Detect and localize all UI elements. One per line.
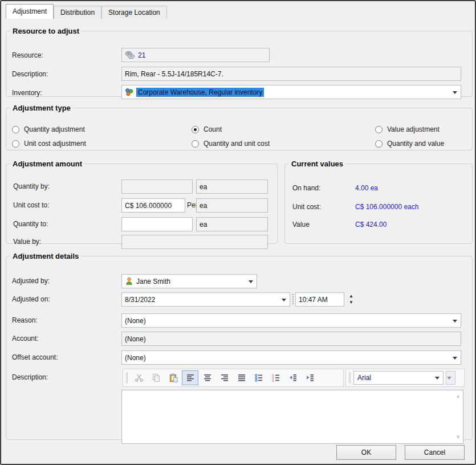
resource-label: Resource: xyxy=(12,48,43,63)
unit-cost-unit-field: ea xyxy=(196,198,268,213)
increase-indent-button[interactable] xyxy=(302,370,318,385)
resource-to-adjust-group: Resource to adjust Resource: 21 Descript… xyxy=(6,27,473,97)
adjusted-by-combobox[interactable]: Jane Smith xyxy=(121,274,257,288)
description-details-label: Description: xyxy=(12,370,48,385)
person-icon xyxy=(125,277,133,285)
copy-button[interactable] xyxy=(148,370,164,385)
radio-circle-icon xyxy=(375,126,383,133)
radio-unit-cost-adjustment[interactable]: Unit cost adjustment xyxy=(12,139,86,148)
inventory-label: Inventory: xyxy=(12,86,42,100)
chevron-down-icon[interactable] xyxy=(249,280,253,283)
adjustment-amount-title: Adjustment amount xyxy=(10,160,84,168)
quantity-by-unit-field: ea xyxy=(196,180,268,194)
chevron-down-icon[interactable] xyxy=(435,377,440,380)
unit-cost-to-label: Unit cost to: xyxy=(13,198,49,213)
justify-button[interactable] xyxy=(233,370,250,385)
radio-count[interactable]: Count xyxy=(192,125,222,134)
unit-cost-to-value: C$ 106.000000 xyxy=(125,202,172,210)
adjustment-details-title: Adjustment details xyxy=(10,252,81,260)
unit-value: ea xyxy=(200,221,207,229)
radio-quantity-and-value[interactable]: Quantity and value xyxy=(375,139,444,148)
description-textarea[interactable]: ▲ ▼ xyxy=(121,390,463,444)
current-value-value: C$ 424.00 xyxy=(355,221,387,229)
numbered-list-icon: 123 xyxy=(271,373,280,382)
align-left-icon xyxy=(186,373,195,382)
resource-group-title: Resource to adjust xyxy=(10,27,82,35)
radio-label: Count xyxy=(204,125,222,133)
radio-circle-icon xyxy=(375,140,383,148)
offset-account-combobox[interactable]: (None) xyxy=(121,350,461,365)
decrease-indent-button[interactable] xyxy=(284,370,301,385)
adjusted-by-value: Jane Smith xyxy=(136,278,170,285)
scroll-up-icon[interactable]: ▲ xyxy=(455,394,461,399)
current-values-title: Current values xyxy=(289,160,345,168)
radio-quantity-adjustment[interactable]: Quantity adjustment xyxy=(12,125,85,134)
tab-bar: Adjustment Distribution Storage Location xyxy=(6,4,167,19)
adjusted-by-label: Adjusted by: xyxy=(12,274,50,288)
reason-combobox[interactable]: (None) xyxy=(121,313,461,328)
bullet-list-icon xyxy=(254,373,263,382)
cancel-button[interactable]: Cancel xyxy=(405,445,465,460)
description-field[interactable]: Rim, Rear - 5.5J-14/185R14C-7. xyxy=(121,67,461,81)
toolbar-grip-handle[interactable] xyxy=(126,372,128,384)
value-by-field xyxy=(121,235,268,249)
chevron-down-icon[interactable] xyxy=(453,320,457,323)
scroll-down-icon[interactable]: ▼ xyxy=(455,435,461,440)
current-values-group: Current values On hand: 4.00 ea Unit cos… xyxy=(284,160,473,244)
ok-button[interactable]: OK xyxy=(336,445,396,460)
paste-button[interactable] xyxy=(165,370,181,385)
radio-label: Quantity and unit cost xyxy=(204,140,270,148)
offset-account-label: Offset account: xyxy=(12,350,58,365)
decrease-indent-icon xyxy=(288,373,298,382)
svg-text:3: 3 xyxy=(272,379,274,382)
paste-icon xyxy=(169,373,178,382)
increase-indent-icon xyxy=(306,373,315,382)
radio-quantity-and-unit-cost[interactable]: Quantity and unit cost xyxy=(192,139,270,148)
spinner-up-icon[interactable]: ▲ xyxy=(349,294,353,299)
inventory-selected-value: Corporate Warehouse, Regular inventory xyxy=(136,88,264,97)
adjustment-amount-group: Adjustment amount Quantity by: ea Unit c… xyxy=(6,160,278,244)
cut-button[interactable] xyxy=(131,370,147,385)
numbered-list-button[interactable]: 123 xyxy=(267,370,284,385)
spinner-down-icon[interactable]: ▼ xyxy=(349,300,353,305)
unit-value: ea xyxy=(200,183,207,191)
quantity-by-field xyxy=(121,180,193,194)
radio-label: Quantity adjustment xyxy=(24,125,85,133)
font-toolbar: Arial xyxy=(345,369,465,387)
chevron-down-icon[interactable] xyxy=(282,299,286,301)
align-left-button[interactable] xyxy=(182,370,198,385)
quantity-to-field[interactable] xyxy=(121,217,193,231)
tab-storage-location[interactable]: Storage Location xyxy=(101,6,167,19)
chevron-down-icon[interactable] xyxy=(453,357,457,360)
adjusted-on-date-picker[interactable]: 8/31/2022 xyxy=(121,292,290,307)
toolbar-overflow-button[interactable] xyxy=(446,371,455,385)
quantity-by-label: Quantity by: xyxy=(13,180,50,194)
justify-icon xyxy=(237,373,246,382)
chevron-down-icon xyxy=(447,377,451,380)
inventory-combobox[interactable]: Corporate Warehouse, Regular inventory xyxy=(121,85,461,99)
quantity-to-unit-field: ea xyxy=(196,217,268,231)
current-value-label: Value xyxy=(292,221,310,229)
radio-value-adjustment[interactable]: Value adjustment xyxy=(375,125,440,134)
scissors-icon xyxy=(135,373,144,382)
adjustment-details-group: Adjustment details Adjusted by: Jane Smi… xyxy=(6,252,473,440)
align-center-button[interactable] xyxy=(199,370,215,385)
align-right-button[interactable] xyxy=(216,370,233,385)
adjusted-on-date-value: 8/31/2022 xyxy=(125,296,155,304)
font-combobox[interactable]: Arial xyxy=(353,371,444,385)
radio-circle-icon xyxy=(12,126,19,133)
toolbar-grip-handle[interactable] xyxy=(349,372,351,384)
radio-label: Unit cost adjustment xyxy=(24,140,86,148)
account-field: (None) xyxy=(121,332,461,346)
bullet-list-button[interactable] xyxy=(250,370,267,385)
adjusted-on-time-value: 10:47 AM xyxy=(299,296,328,304)
unit-cost-to-field[interactable]: C$ 106.000000 xyxy=(121,198,185,213)
account-value: (None) xyxy=(125,335,146,343)
tab-distribution[interactable]: Distribution xyxy=(54,6,101,19)
time-spinner: ▲ ▼ xyxy=(347,292,356,307)
adjusted-on-time-field[interactable]: 10:47 AM xyxy=(295,292,344,307)
resource-field[interactable]: 21 xyxy=(121,48,270,62)
tab-adjustment[interactable]: Adjustment xyxy=(6,4,54,19)
chevron-down-icon[interactable] xyxy=(453,91,457,94)
radio-circle-icon xyxy=(192,140,199,148)
